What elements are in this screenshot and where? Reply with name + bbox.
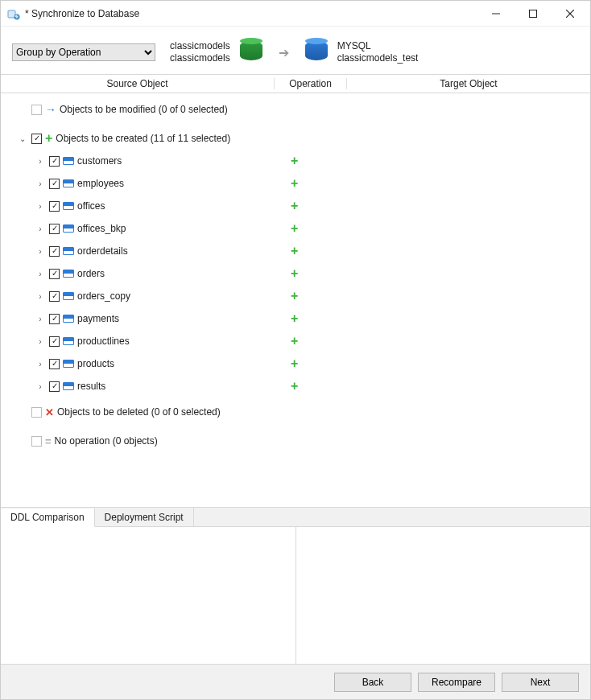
- table-row[interactable]: ›✓employees+: [1, 172, 590, 195]
- table-icon: [63, 179, 74, 187]
- tab-deployment-script[interactable]: Deployment Script: [95, 508, 194, 526]
- table-row[interactable]: ›✓orderdetails+: [1, 240, 590, 262]
- checkbox[interactable]: ✓: [49, 156, 60, 167]
- x-icon: ✕: [45, 406, 54, 418]
- checkbox[interactable]: ✓: [49, 224, 60, 234]
- comparison-area: [1, 527, 590, 664]
- table-row[interactable]: ›✓products+: [1, 352, 590, 375]
- plus-icon: +: [45, 131, 52, 146]
- table-icon: [63, 382, 74, 390]
- chevron-right-icon[interactable]: ›: [35, 224, 46, 233]
- checkbox[interactable]: ✓: [49, 269, 60, 279]
- back-button[interactable]: Back: [334, 673, 411, 692]
- tab-ddl-comparison[interactable]: DDL Comparison: [1, 509, 95, 527]
- source-connection-label: classicmodels: [170, 40, 230, 52]
- col-target-header: Target Object: [347, 78, 590, 89]
- plus-icon: +: [291, 244, 298, 258]
- chevron-down-icon[interactable]: ⌄: [17, 134, 28, 143]
- column-header: Source Object Operation Target Object: [1, 74, 590, 93]
- group-deleted[interactable]: ✕ Objects to be deleted (0 of 0 selected…: [1, 401, 590, 423]
- plus-icon: +: [291, 176, 298, 191]
- chevron-right-icon[interactable]: ›: [35, 202, 46, 211]
- checkbox[interactable]: [31, 436, 42, 447]
- source-db-labels: classicmodels classicmodels: [170, 40, 230, 64]
- checkbox[interactable]: ✓: [31, 134, 42, 144]
- plus-icon: +: [291, 356, 298, 371]
- table-icon: [63, 292, 74, 300]
- table-name: employees: [77, 178, 124, 189]
- plus-icon: +: [291, 266, 298, 281]
- maximize-button[interactable]: [515, 2, 552, 26]
- plus-icon: +: [291, 221, 298, 236]
- table-icon: [63, 157, 74, 165]
- plus-icon: +: [291, 334, 298, 348]
- chevron-right-icon[interactable]: ›: [35, 292, 46, 301]
- chevron-right-icon[interactable]: ›: [35, 157, 46, 166]
- table-row[interactable]: ›✓payments+: [1, 307, 590, 330]
- checkbox[interactable]: [31, 407, 42, 418]
- checkbox[interactable]: ✓: [49, 359, 60, 369]
- group-label: Objects to be created (11 of 11 selected…: [56, 133, 230, 144]
- checkbox[interactable]: ✓: [49, 201, 60, 212]
- source-ddl-pane[interactable]: [1, 527, 296, 664]
- table-icon: [63, 202, 74, 210]
- minimize-button[interactable]: [477, 2, 515, 26]
- plus-icon: +: [291, 311, 298, 326]
- svg-rect-3: [530, 10, 537, 17]
- checkbox[interactable]: ✓: [49, 381, 60, 392]
- table-name: productlines: [77, 336, 130, 347]
- target-db-labels: MYSQL classicmodels_test: [337, 40, 419, 64]
- table-icon: [63, 224, 74, 233]
- table-row[interactable]: ›✓customers+: [1, 150, 590, 172]
- group-modified[interactable]: → Objects to be modified (0 of 0 selecte…: [1, 98, 590, 121]
- group-label: Objects to be modified (0 of 0 selected): [60, 104, 228, 115]
- checkbox[interactable]: ✓: [49, 246, 60, 257]
- object-tree[interactable]: → Objects to be modified (0 of 0 selecte…: [1, 93, 590, 508]
- plus-icon: +: [291, 289, 298, 303]
- recompare-button[interactable]: Recompare: [418, 673, 495, 692]
- window-title: * Synchronize to Database: [25, 8, 139, 19]
- checkbox[interactable]: ✓: [49, 179, 60, 189]
- group-label: Objects to be deleted (0 of 0 selected): [57, 406, 221, 418]
- table-row[interactable]: ›✓results+: [1, 375, 590, 397]
- chevron-right-icon[interactable]: ›: [35, 270, 46, 278]
- table-row[interactable]: ›✓orders_copy+: [1, 285, 590, 307]
- table-row[interactable]: ›✓offices+: [1, 195, 590, 217]
- table-row[interactable]: ›✓productlines+: [1, 330, 590, 352]
- checkbox[interactable]: ✓: [49, 336, 60, 347]
- table-name: offices_bkp: [77, 223, 126, 234]
- table-name: offices: [77, 200, 105, 212]
- group-created[interactable]: ⌄ ✓ + Objects to be created (11 of 11 se…: [1, 127, 590, 150]
- plus-icon: +: [291, 379, 298, 393]
- group-label: No operation (0 objects): [55, 435, 158, 447]
- group-by-select[interactable]: Group by Operation: [12, 43, 155, 61]
- table-name: orders: [77, 268, 105, 279]
- checkbox[interactable]: ✓: [49, 314, 60, 324]
- chevron-right-icon[interactable]: ›: [35, 360, 46, 369]
- plus-icon: +: [291, 154, 298, 168]
- table-row[interactable]: ›✓orders+: [1, 262, 590, 285]
- next-button[interactable]: Next: [502, 673, 579, 692]
- group-noop[interactable]: = No operation (0 objects): [1, 430, 590, 452]
- chevron-right-icon[interactable]: ›: [35, 179, 46, 188]
- table-row[interactable]: ›✓offices_bkp+: [1, 217, 590, 240]
- table-name: orders_copy: [77, 290, 130, 302]
- sync-header: Group by Operation classicmodels classic…: [1, 27, 590, 74]
- close-button[interactable]: [552, 2, 589, 26]
- table-name: results: [77, 381, 105, 392]
- app-icon: [7, 7, 20, 20]
- table-name: products: [77, 358, 114, 369]
- target-schema-label: classicmodels_test: [337, 52, 419, 64]
- table-name: customers: [77, 155, 122, 167]
- chevron-right-icon[interactable]: ›: [35, 337, 46, 346]
- target-ddl-pane[interactable]: [296, 527, 591, 664]
- checkbox[interactable]: [31, 105, 42, 115]
- chevron-right-icon[interactable]: ›: [35, 382, 46, 391]
- chevron-right-icon[interactable]: ›: [35, 315, 46, 323]
- checkbox[interactable]: ✓: [49, 291, 60, 302]
- table-icon: [63, 247, 74, 255]
- chevron-right-icon[interactable]: ›: [35, 247, 46, 256]
- source-schema-label: classicmodels: [170, 52, 230, 64]
- table-name: payments: [77, 313, 119, 324]
- equals-icon: =: [45, 435, 52, 447]
